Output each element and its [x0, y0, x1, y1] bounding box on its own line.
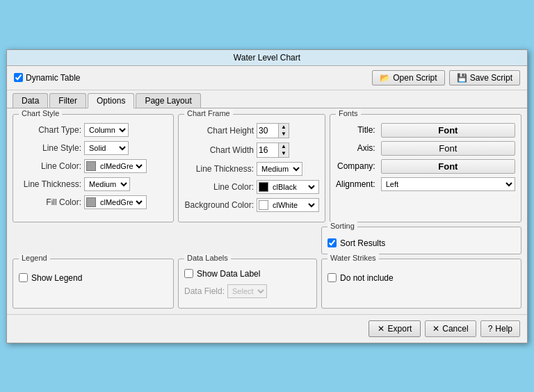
- chart-width-row: Chart Width ▲ ▼: [184, 142, 319, 158]
- dynamic-table-checkbox-label[interactable]: Dynamic Table: [14, 73, 80, 83]
- export-icon: ✕: [378, 324, 385, 334]
- do-not-include-text: Do not include: [340, 273, 394, 283]
- frame-line-color-select[interactable]: clBlackclWhiteclMedGre: [270, 180, 317, 194]
- mid-row: Sorting Sort Results: [13, 227, 521, 254]
- alignment-select[interactable]: LeftCenterRight: [381, 177, 515, 191]
- chart-style-title: Chart Style: [19, 109, 62, 117]
- axis-font-button[interactable]: Font: [381, 141, 515, 156]
- show-data-label-checkbox[interactable]: [184, 269, 193, 278]
- frame-line-color-label: Line Color:: [184, 182, 254, 192]
- frame-line-thickness-select[interactable]: ThinMediumThick: [257, 162, 302, 176]
- legend-panel-title: Legend: [19, 254, 50, 262]
- line-thickness-select[interactable]: ThinMediumThick: [84, 177, 130, 191]
- data-labels-panel: Data Labels Show Data Label Data Field: …: [178, 259, 317, 309]
- tab-options[interactable]: Options: [88, 93, 134, 108]
- show-legend-checkbox[interactable]: [19, 273, 28, 282]
- line-color-row: Line Color: clMedGreclBlackclWhite: [19, 159, 168, 173]
- frame-line-color-wrapper[interactable]: clBlackclWhiteclMedGre: [257, 180, 319, 194]
- chart-height-down[interactable]: ▼: [279, 131, 289, 138]
- chart-height-up[interactable]: ▲: [279, 124, 289, 131]
- fonts-panel: Fonts Title: Font Axis: Font Company: Fo…: [330, 114, 521, 222]
- fill-color-label: Fill Color:: [19, 197, 81, 207]
- window-title: Water Level Chart: [234, 53, 300, 63]
- line-color-label: Line Color:: [19, 161, 81, 171]
- line-style-select[interactable]: SolidDashedDotted: [84, 141, 129, 155]
- water-strikes-content: Do not include: [327, 263, 515, 283]
- chart-width-label: Chart Width: [184, 145, 254, 155]
- frame-line-thickness-label: Line Thickness:: [184, 164, 254, 174]
- dynamic-table-checkbox[interactable]: [14, 73, 23, 82]
- water-strikes-panel-title: Water Strikes: [327, 254, 379, 262]
- help-label: Help: [495, 324, 512, 334]
- save-script-button[interactable]: 💾 Save Script: [449, 70, 520, 85]
- fonts-grid: Title: Font Axis: Font Company: Font Ali…: [336, 123, 515, 191]
- axis-font-label: Axis:: [336, 143, 375, 153]
- data-field-row: Data Field: Select: [184, 284, 311, 298]
- fonts-panel-title: Fonts: [336, 109, 361, 117]
- data-labels-content: Show Data Label Data Field: Select: [184, 263, 311, 298]
- line-color-swatch: [86, 161, 96, 171]
- cancel-button[interactable]: ✕ Cancel: [425, 320, 476, 337]
- content-area: Chart Style Chart Type: ColumnBarLinePie…: [7, 108, 527, 314]
- title-font-button[interactable]: Font: [381, 123, 515, 138]
- do-not-include-checkbox[interactable]: [327, 273, 337, 282]
- bottom-panels: Legend Show Legend Data Labels Show Data…: [13, 259, 521, 309]
- help-icon: ?: [488, 324, 493, 334]
- toolbar-right: 📂 Open Script 💾 Save Script: [372, 70, 520, 85]
- chart-height-spin-buttons: ▲ ▼: [278, 124, 289, 138]
- chart-width-up[interactable]: ▲: [279, 143, 289, 150]
- open-script-icon: 📂: [380, 73, 390, 83]
- data-field-label: Data Field:: [184, 286, 225, 296]
- bg-color-wrapper[interactable]: clWhiteclBlackclMedGre: [257, 198, 319, 212]
- show-legend-text: Show Legend: [31, 273, 82, 283]
- chart-style-content: Chart Type: ColumnBarLinePie Line Style:…: [19, 123, 168, 209]
- tab-filter[interactable]: Filter: [49, 93, 86, 108]
- legend-panel: Legend Show Legend: [13, 259, 174, 309]
- export-label: Export: [388, 324, 412, 334]
- title-font-label: Title:: [336, 125, 375, 135]
- toolbar: Dynamic Table 📂 Open Script 💾 Save Scrip…: [7, 66, 527, 90]
- chart-type-label: Chart Type:: [19, 125, 81, 135]
- tab-page-layout[interactable]: Page Layout: [136, 93, 200, 108]
- line-thickness-row: Line Thickness: ThinMediumThick: [19, 177, 168, 191]
- chart-type-select[interactable]: ColumnBarLinePie: [84, 123, 129, 137]
- bg-color-select[interactable]: clWhiteclBlackclMedGre: [270, 198, 317, 212]
- fonts-content: Title: Font Axis: Font Company: Font Ali…: [336, 123, 515, 191]
- line-color-select[interactable]: clMedGreclBlackclWhite: [97, 159, 145, 173]
- do-not-include-label[interactable]: Do not include: [327, 273, 515, 283]
- show-data-label-row[interactable]: Show Data Label: [184, 269, 311, 279]
- chart-width-down[interactable]: ▼: [279, 150, 289, 157]
- main-window: Water Level Chart Dynamic Table 📂 Open S…: [6, 49, 528, 343]
- chart-type-row: Chart Type: ColumnBarLinePie: [19, 123, 168, 137]
- company-font-button[interactable]: Font: [381, 159, 515, 174]
- fill-color-row: Fill Color: clMedGreclBlackclWhite: [19, 195, 168, 209]
- save-script-icon: 💾: [457, 73, 467, 83]
- top-panels: Chart Style Chart Type: ColumnBarLinePie…: [13, 114, 521, 222]
- chart-height-spin: ▲ ▼: [257, 123, 289, 138]
- help-button[interactable]: ? Help: [480, 320, 520, 337]
- chart-style-panel: Chart Style Chart Type: ColumnBarLinePie…: [13, 114, 174, 222]
- sort-results-text: Sort Results: [340, 238, 385, 248]
- footer: ✕ Export ✕ Cancel ? Help: [7, 314, 527, 343]
- chart-frame-title: Chart Frame: [184, 109, 233, 117]
- fill-color-wrapper[interactable]: clMedGreclBlackclWhite: [84, 195, 147, 209]
- legend-content: Show Legend: [19, 263, 168, 283]
- tabs-bar: Data Filter Options Page Layout: [7, 90, 527, 108]
- sort-results-label[interactable]: Sort Results: [327, 238, 515, 248]
- data-field-select[interactable]: Select: [227, 284, 267, 298]
- chart-width-spin: ▲ ▼: [257, 142, 289, 158]
- tab-data[interactable]: Data: [13, 93, 48, 108]
- open-script-button[interactable]: 📂 Open Script: [372, 70, 444, 85]
- frame-line-color-swatch: [259, 182, 268, 192]
- cancel-icon: ✕: [432, 324, 439, 334]
- line-style-row: Line Style: SolidDashedDotted: [19, 141, 168, 155]
- chart-frame-panel: Chart Frame Chart Height ▲ ▼ Ch: [178, 114, 325, 222]
- fill-color-select[interactable]: clMedGreclBlackclWhite: [97, 195, 145, 209]
- line-color-wrapper[interactable]: clMedGreclBlackclWhite: [84, 159, 147, 173]
- chart-width-input[interactable]: [257, 143, 278, 157]
- export-button[interactable]: ✕ Export: [369, 320, 421, 337]
- chart-height-input[interactable]: [257, 124, 278, 138]
- show-legend-label[interactable]: Show Legend: [19, 273, 168, 283]
- sort-results-checkbox[interactable]: [327, 238, 337, 247]
- sorting-content: Sort Results: [327, 231, 515, 248]
